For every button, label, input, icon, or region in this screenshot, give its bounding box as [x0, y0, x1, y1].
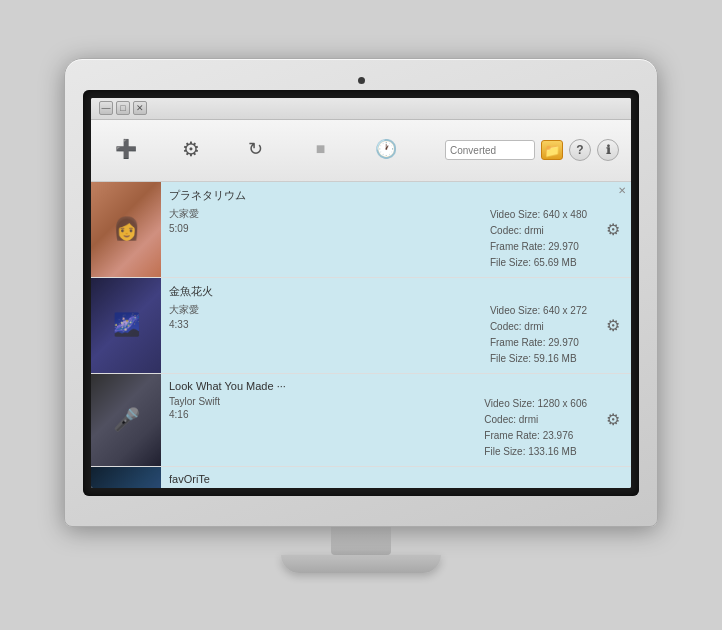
file-size-label: File Size: 65.69 MB	[490, 257, 577, 268]
file-title: プラネタリウム	[169, 188, 587, 203]
frame-rate-label: Frame Rate: 29.970	[490, 241, 579, 252]
file-artist: 大家愛	[169, 303, 199, 317]
settings-gear-icon: ⚙	[606, 220, 620, 239]
info-icon: ℹ	[606, 143, 611, 157]
file-duration: 5:09	[169, 223, 199, 234]
history-icon: 🕐	[375, 140, 397, 158]
file-artist-duration: 大家愛 5:09	[169, 207, 199, 271]
imac-wrapper: — □ ✕ ➕ ⚙	[64, 58, 658, 573]
folder-icon: 📁	[544, 143, 560, 158]
title-bar: — □ ✕	[91, 98, 631, 120]
options-button[interactable]: ⚙	[168, 139, 213, 162]
file-specs: Video Size: 640 x 272 Codec: drmi Frame …	[490, 303, 587, 367]
file-size-label: File Size: 59.16 MB	[490, 353, 577, 364]
add-files-button[interactable]: ➕	[103, 140, 148, 161]
file-thumbnail: 👩	[91, 182, 161, 277]
stand-neck	[331, 527, 391, 555]
imac-screen: — □ ✕ ➕ ⚙	[91, 98, 631, 488]
file-thumbnail: 💫	[91, 467, 161, 488]
table-row: 💫 favOriTe LOOΠΔ 3:33 Video Size: 1280 x…	[91, 467, 631, 488]
file-title: Look What You Made ···	[169, 380, 587, 392]
table-row: 🌌 金魚花火 大家愛 4:33 Video Size: 640 x 272 Co…	[91, 278, 631, 374]
file-duration: 4:33	[169, 319, 199, 330]
video-size-label: Video Size: 640 x 272	[490, 305, 587, 316]
screen-bezel: — □ ✕ ➕ ⚙	[83, 90, 639, 496]
output-folder-button[interactable]: 📁	[541, 140, 563, 160]
file-info: favOriTe LOOΠΔ 3:33 Video Size: 1280 x 7…	[161, 467, 595, 488]
file-artist: Taylor Swift	[169, 396, 220, 407]
imac-screen-shell: — □ ✕ ➕ ⚙	[64, 58, 658, 527]
info-button[interactable]: ℹ	[597, 139, 619, 161]
file-settings-button[interactable]: ⚙	[595, 374, 631, 466]
stop-button[interactable]: ■	[298, 141, 343, 160]
thumbnail-image: 💫	[91, 467, 161, 488]
file-list: 👩 プラネタリウム 大家愛 5:09 Video Size: 640 x 480…	[91, 182, 631, 488]
close-row-button[interactable]: ✕	[615, 184, 629, 198]
add-files-icon: ➕	[115, 140, 137, 158]
file-title: 金魚花火	[169, 284, 587, 299]
thumbnail-image: 🎤	[91, 374, 161, 466]
close-button[interactable]: ✕	[133, 101, 147, 115]
file-meta-row: 大家愛 4:33 Video Size: 640 x 272 Codec: dr…	[169, 303, 587, 367]
convert-icon: ↻	[248, 140, 263, 158]
stand-base	[281, 555, 441, 573]
history-button[interactable]: 🕐	[363, 140, 408, 161]
minimize-button[interactable]: —	[99, 101, 113, 115]
toolbar: ➕ ⚙ ↻ ■	[91, 120, 631, 182]
file-settings-button[interactable]: ⚙	[595, 467, 631, 488]
file-info: Look What You Made ··· Taylor Swift 4:16…	[161, 374, 595, 466]
codec-label: Codec: drmi	[490, 321, 544, 332]
output-path-input[interactable]	[445, 140, 535, 160]
file-settings-button[interactable]: ⚙	[595, 278, 631, 373]
table-row: 🎤 Look What You Made ··· Taylor Swift 4:…	[91, 374, 631, 467]
camera-dot	[358, 77, 365, 84]
title-bar-controls: — □ ✕	[99, 101, 147, 115]
file-size-label: File Size: 133.16 MB	[484, 446, 576, 457]
thumbnail-image: 🌌	[91, 278, 161, 373]
file-thumbnail: 🌌	[91, 278, 161, 373]
file-artist-duration: 大家愛 4:33	[169, 303, 199, 367]
codec-label: Codec: drmi	[490, 225, 544, 236]
file-info: プラネタリウム 大家愛 5:09 Video Size: 640 x 480 C…	[161, 182, 595, 277]
table-row: 👩 プラネタリウム 大家愛 5:09 Video Size: 640 x 480…	[91, 182, 631, 278]
stop-icon: ■	[316, 141, 326, 157]
maximize-button[interactable]: □	[116, 101, 130, 115]
file-meta-row: 大家愛 5:09 Video Size: 640 x 480 Codec: dr…	[169, 207, 587, 271]
convert-button[interactable]: ↻	[233, 140, 278, 161]
file-artist-duration: Taylor Swift 4:16	[169, 396, 220, 460]
file-info: 金魚花火 大家愛 4:33 Video Size: 640 x 272 Code…	[161, 278, 595, 373]
video-size-label: Video Size: 640 x 480	[490, 209, 587, 220]
settings-gear-icon: ⚙	[606, 410, 620, 429]
settings-gear-icon: ⚙	[606, 316, 620, 335]
output-area: 📁 ? ℹ	[439, 139, 619, 161]
app-window: — □ ✕ ➕ ⚙	[91, 98, 631, 488]
video-size-label: Video Size: 1280 x 606	[484, 398, 587, 409]
file-artist: 大家愛	[169, 207, 199, 221]
file-specs: Video Size: 1280 x 606 Codec: drmi Frame…	[484, 396, 587, 460]
file-thumbnail: 🎤	[91, 374, 161, 466]
frame-rate-label: Frame Rate: 23.976	[484, 430, 573, 441]
codec-label: Codec: drmi	[484, 414, 538, 425]
thumbnail-image: 👩	[91, 182, 161, 277]
file-meta-row: Taylor Swift 4:16 Video Size: 1280 x 606…	[169, 396, 587, 460]
file-duration: 4:16	[169, 409, 220, 420]
help-button[interactable]: ?	[569, 139, 591, 161]
question-icon: ?	[576, 143, 583, 157]
gear-icon: ⚙	[182, 139, 200, 159]
file-specs: Video Size: 640 x 480 Codec: drmi Frame …	[490, 207, 587, 271]
file-title: favOriTe	[169, 473, 587, 485]
frame-rate-label: Frame Rate: 29.970	[490, 337, 579, 348]
